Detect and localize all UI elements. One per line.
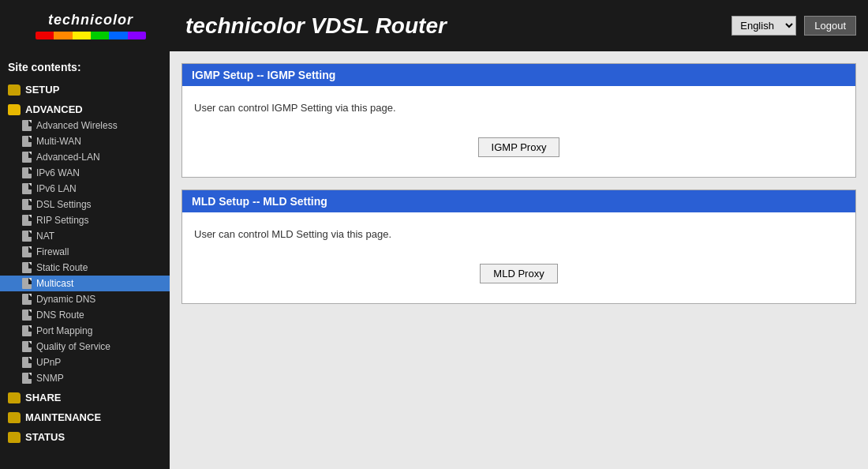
igmp-panel-header: IGMP Setup -- IGMP Setting — [182, 64, 855, 86]
sidebar-multi-wan-label: Multi-WAN — [36, 136, 81, 147]
doc-icon-port-mapping — [22, 325, 32, 336]
sidebar-section-share: SHARE — [0, 388, 170, 407]
doc-icon-upnp — [22, 357, 32, 368]
doc-icon-nat — [22, 231, 32, 242]
bar-green — [91, 32, 109, 39]
sidebar-item-firewall[interactable]: Firewall — [0, 244, 170, 260]
sidebar-firewall-label: Firewall — [36, 246, 69, 257]
sidebar-item-quality-of-service[interactable]: Quality of Service — [0, 339, 170, 355]
sidebar-section-maintenance: MAINTENANCE — [0, 407, 170, 427]
language-select[interactable]: English Chinese — [731, 16, 796, 36]
doc-icon-rip-settings — [22, 215, 32, 226]
sidebar-dsl-settings-label: DSL Settings — [36, 199, 92, 210]
header: technicolor technicolor VDSL Router Engl… — [0, 0, 868, 51]
bar-purple — [128, 32, 146, 39]
folder-icon-advanced — [8, 104, 21, 115]
doc-icon-multicast — [22, 278, 32, 289]
sidebar-item-status[interactable]: STATUS — [0, 429, 170, 445]
main-layout: Site contents: SETUP ADVANCED Advanced W… — [0, 51, 868, 469]
sidebar-item-port-mapping[interactable]: Port Mapping — [0, 323, 170, 339]
mld-button-row: MLD Proxy — [194, 256, 844, 287]
doc-icon-dns-route — [22, 310, 32, 321]
doc-icon-advanced-lan — [22, 152, 32, 163]
sidebar-advanced-lan-label: Advanced-LAN — [36, 152, 100, 163]
sidebar-setup-label: SETUP — [25, 84, 59, 96]
sidebar-item-ipv6-lan[interactable]: IPv6 LAN — [0, 181, 170, 197]
folder-icon-setup — [8, 84, 21, 96]
igmp-panel-body: User can control IGMP Setting via this p… — [182, 86, 855, 177]
doc-icon-firewall — [22, 246, 32, 257]
sidebar-section-setup: SETUP — [0, 80, 170, 99]
logo-bar — [36, 32, 146, 39]
sidebar-item-upnp[interactable]: UPnP — [0, 355, 170, 370]
sidebar-item-dynamic-dns[interactable]: Dynamic DNS — [0, 291, 170, 307]
igmp-proxy-button[interactable]: IGMP Proxy — [478, 137, 560, 157]
sidebar-ipv6-wan-label: IPv6 WAN — [36, 167, 80, 178]
folder-icon-status — [8, 432, 21, 443]
sidebar-multicast-label: Multicast — [36, 278, 73, 289]
doc-icon-multi-wan — [22, 136, 32, 147]
sidebar-item-static-route[interactable]: Static Route — [0, 260, 170, 276]
igmp-description: User can control IGMP Setting via this p… — [194, 102, 844, 114]
mld-panel-body: User can control MLD Setting via this pa… — [182, 212, 855, 303]
sidebar-dns-route-label: DNS Route — [36, 310, 84, 321]
content-area: SetupRouter.com IGMP Setup -- IGMP Setti… — [170, 51, 868, 469]
folder-icon-share — [8, 392, 21, 403]
sidebar-advanced-label: ADVANCED — [25, 103, 83, 115]
mld-proxy-button[interactable]: MLD Proxy — [480, 264, 557, 283]
mld-description: User can control MLD Setting via this pa… — [194, 228, 844, 240]
sidebar-item-rip-settings[interactable]: RIP Settings — [0, 212, 170, 228]
logout-button[interactable]: Logout — [804, 16, 856, 36]
bar-red — [36, 32, 54, 39]
sidebar-item-dns-route[interactable]: DNS Route — [0, 307, 170, 323]
header-right: English Chinese Logout — [731, 16, 856, 36]
mld-panel-header: MLD Setup -- MLD Setting — [182, 190, 855, 212]
header-title: technicolor VDSL Router — [170, 13, 731, 39]
doc-icon-static-route — [22, 262, 32, 273]
doc-icon-dynamic-dns — [22, 294, 32, 305]
sidebar-share-label: SHARE — [25, 392, 62, 403]
sidebar-title: Site contents: — [0, 58, 170, 80]
doc-icon-quality-of-service — [22, 341, 32, 352]
doc-icon-dsl-settings — [22, 199, 32, 210]
doc-icon-ipv6-lan — [22, 183, 32, 194]
doc-icon-ipv6-wan — [22, 167, 32, 178]
sidebar-nat-label: NAT — [36, 231, 54, 242]
sidebar-item-share[interactable]: SHARE — [0, 389, 170, 406]
sidebar-item-nat[interactable]: NAT — [0, 228, 170, 244]
igmp-button-row: IGMP Proxy — [194, 129, 844, 161]
sidebar-port-mapping-label: Port Mapping — [36, 325, 92, 336]
sidebar-section-status: STATUS — [0, 427, 170, 447]
sidebar-item-advanced-wireless[interactable]: Advanced Wireless — [0, 118, 170, 133]
mld-panel: MLD Setup -- MLD Setting User can contro… — [181, 189, 856, 304]
sidebar-item-dsl-settings[interactable]: DSL Settings — [0, 197, 170, 212]
sidebar-quality-of-service-label: Quality of Service — [36, 341, 110, 352]
logo-text: technicolor — [48, 12, 133, 28]
sidebar-maintenance-label: MAINTENANCE — [25, 411, 101, 423]
logo-area: technicolor — [12, 12, 170, 39]
sidebar-item-advanced[interactable]: ADVANCED — [0, 101, 170, 118]
sidebar-static-route-label: Static Route — [36, 262, 88, 273]
folder-icon-maintenance — [8, 412, 21, 423]
doc-icon-snmp — [22, 373, 32, 384]
doc-icon-advanced-wireless — [22, 120, 32, 131]
sidebar-advanced-wireless-label: Advanced Wireless — [36, 120, 118, 131]
sidebar-item-snmp[interactable]: SNMP — [0, 370, 170, 386]
bar-orange — [54, 32, 72, 39]
igmp-panel: IGMP Setup -- IGMP Setting User can cont… — [181, 63, 856, 178]
sidebar-rip-settings-label: RIP Settings — [36, 215, 88, 226]
sidebar: Site contents: SETUP ADVANCED Advanced W… — [0, 51, 170, 469]
sidebar-item-advanced-lan[interactable]: Advanced-LAN — [0, 149, 170, 165]
sidebar-section-advanced: ADVANCED Advanced Wireless Multi-WAN Adv… — [0, 99, 170, 388]
sidebar-item-ipv6-wan[interactable]: IPv6 WAN — [0, 165, 170, 181]
sidebar-snmp-label: SNMP — [36, 373, 64, 384]
sidebar-item-maintenance[interactable]: MAINTENANCE — [0, 409, 170, 426]
sidebar-ipv6-lan-label: IPv6 LAN — [36, 183, 77, 194]
sidebar-item-setup[interactable]: SETUP — [0, 81, 170, 98]
sidebar-upnp-label: UPnP — [36, 357, 61, 368]
bar-yellow — [73, 32, 91, 39]
sidebar-item-multicast[interactable]: Multicast — [0, 276, 170, 291]
sidebar-status-label: STATUS — [25, 431, 65, 443]
sidebar-item-multi-wan[interactable]: Multi-WAN — [0, 133, 170, 149]
bar-blue — [109, 32, 127, 39]
